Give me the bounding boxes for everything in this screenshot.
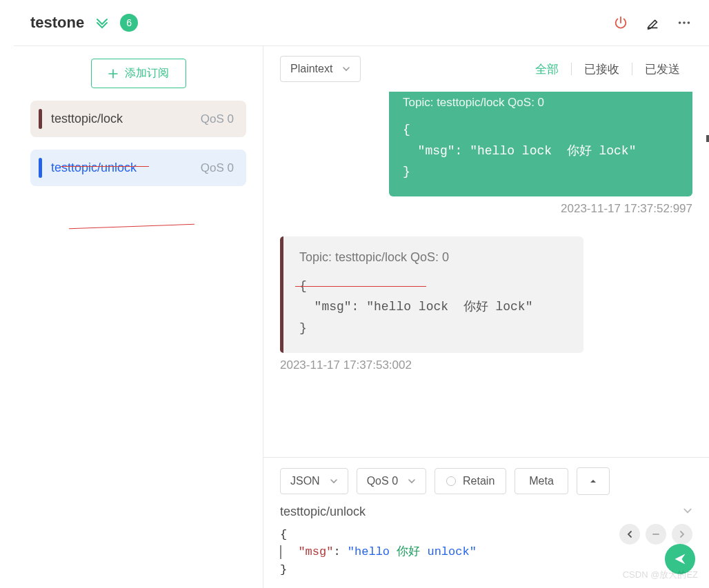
sent-message: Topic: testtopic/lock QoS: 0 { "msg": "h… (389, 92, 692, 196)
collapse-button[interactable] (577, 467, 610, 495)
minus-icon (651, 529, 661, 539)
qos-label: QoS 0 (367, 475, 398, 487)
message-meta: Topic: testtopic/lock QoS: 0 (403, 96, 679, 110)
tab-all[interactable]: 全部 (523, 61, 571, 77)
messages-toolbar: Plaintext 全部 已接收 已发送 (263, 46, 709, 92)
payload-key: "msg" (298, 545, 333, 558)
text-cursor (280, 545, 281, 559)
retain-toggle[interactable]: Retain (435, 468, 506, 494)
send-button[interactable] (665, 544, 695, 574)
format-label: Plaintext (290, 63, 332, 75)
subscription-qos: QoS 0 (201, 161, 234, 175)
power-icon[interactable] (612, 14, 629, 31)
chevron-down-icon (342, 65, 350, 73)
payload-format-label: JSON (290, 475, 320, 487)
edit-icon[interactable] (644, 14, 661, 31)
message-meta: Topic: testtopic/lock QoS: 0 (299, 250, 570, 265)
subscription-item-unlock[interactable]: testtopic/unlock QoS 0 (30, 150, 246, 186)
header: testone 6 (14, 0, 709, 46)
message-time: 2023-11-17 17:37:53:002 (280, 358, 692, 372)
subscriptions-sidebar: 添加订阅 testtopic/lock QoS 0 testtopic/unlo… (14, 46, 263, 588)
more-icon[interactable] (676, 14, 692, 31)
format-select[interactable]: Plaintext (280, 56, 361, 82)
svg-point-2 (688, 21, 690, 24)
history-prev-button[interactable] (619, 524, 640, 545)
payload-cn: 你好 (397, 545, 427, 558)
messages-list[interactable]: Topic: testtopic/lock QoS: 0 { "msg": "h… (263, 92, 709, 458)
publish-topic-input[interactable]: testtopic/unlock (280, 505, 692, 519)
radio-icon (446, 476, 456, 486)
payload-brace: } (280, 561, 692, 579)
svg-point-1 (683, 21, 686, 24)
payload-colon: : (333, 545, 347, 558)
meta-label: Meta (529, 475, 554, 487)
history-clear-button[interactable] (646, 524, 666, 545)
subscription-topic: testtopic/unlock (47, 161, 201, 175)
payload-str: unlock" (427, 545, 476, 558)
retain-label: Retain (463, 475, 495, 487)
filter-tabs: 全部 已接收 已发送 (523, 61, 692, 77)
main-panel: Plaintext 全部 已接收 已发送 Topic: testtopic/lo… (263, 46, 709, 588)
chevron-down-icon (408, 477, 416, 485)
svg-point-0 (679, 21, 681, 24)
publish-topic-value: testtopic/unlock (280, 505, 366, 519)
publish-panel: JSON QoS 0 Retain Meta (263, 458, 709, 589)
chevron-down-icon (330, 477, 338, 485)
history-next-button[interactable] (672, 524, 692, 545)
scrollbar-thumb[interactable] (706, 135, 709, 142)
message-time: 2023-11-17 17:37:52:997 (280, 202, 692, 216)
payload-str: "hello (348, 545, 397, 558)
expand-icon[interactable] (94, 14, 110, 31)
qos-select[interactable]: QoS 0 (357, 468, 426, 494)
add-subscription-label: 添加订阅 (125, 66, 169, 81)
add-subscription-button[interactable]: 添加订阅 (91, 59, 186, 88)
message-body: { "msg": "hello lock 你好 lock" } (403, 119, 679, 183)
received-message: Topic: testtopic/lock QoS: 0 { "msg": "h… (280, 236, 583, 353)
arrow-left-icon (625, 529, 635, 539)
payload-format-select[interactable]: JSON (280, 468, 348, 494)
connection-title: testone (30, 14, 84, 32)
tab-sent[interactable]: 已发送 (632, 61, 692, 77)
subscription-qos: QoS 0 (201, 112, 234, 126)
subscription-item-lock[interactable]: testtopic/lock QoS 0 (30, 101, 246, 137)
send-icon (673, 552, 687, 566)
meta-button[interactable]: Meta (515, 468, 568, 494)
plus-icon (108, 69, 118, 79)
arrow-right-icon (677, 529, 687, 539)
caret-up-icon (589, 477, 597, 485)
message-count-badge: 6 (120, 14, 138, 32)
chevron-down-icon (683, 505, 692, 519)
subscription-topic: testtopic/lock (47, 112, 201, 126)
history-nav (619, 524, 692, 545)
annotation-underline (295, 285, 426, 287)
annotation-underline (61, 165, 149, 167)
tab-received[interactable]: 已接收 (572, 61, 632, 77)
